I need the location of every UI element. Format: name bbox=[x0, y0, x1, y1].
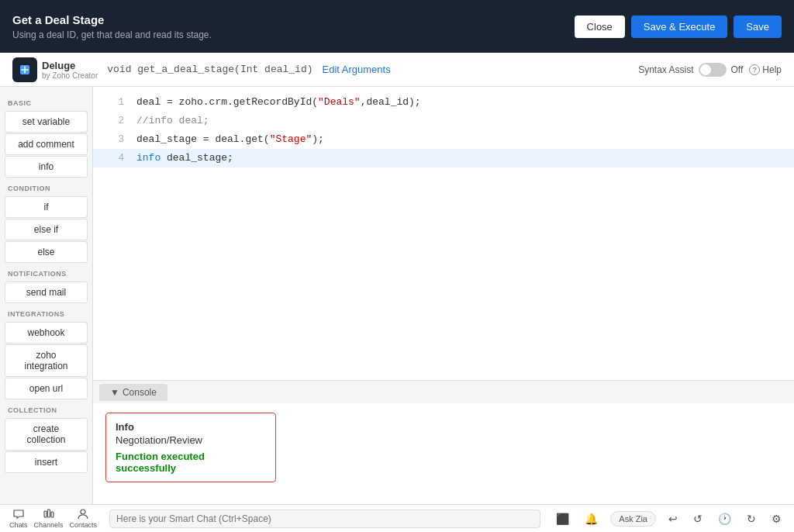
console-tab-bar: ▼ Console bbox=[93, 380, 794, 403]
sidebar-section-condition: CONDITION bbox=[0, 178, 92, 195]
contacts-icon bbox=[77, 508, 89, 520]
refresh-icon[interactable]: ↩ bbox=[665, 510, 681, 528]
logo-icon bbox=[12, 57, 37, 82]
svg-rect-3 bbox=[51, 512, 54, 517]
line-number-2: 2 bbox=[105, 112, 124, 130]
sidebar-item-open-url[interactable]: open url bbox=[5, 378, 88, 399]
chat-button[interactable]: Chats bbox=[9, 508, 28, 529]
contacts-label: Contacts bbox=[70, 521, 98, 529]
contacts-button[interactable]: Contacts bbox=[70, 508, 98, 529]
page-title: Get a Deal Stage bbox=[12, 13, 212, 26]
console-panel: Info Negotiation/Review Function execute… bbox=[93, 403, 794, 504]
sidebar-item-info[interactable]: info bbox=[5, 156, 88, 178]
edit-arguments-link[interactable]: Edit Arguments bbox=[323, 64, 391, 75]
redo-icon[interactable]: ↻ bbox=[744, 510, 759, 528]
code-text-1: deal = zoho.crm.getRecordById("Deals",de… bbox=[136, 94, 421, 111]
sidebar-item-if[interactable]: if bbox=[5, 196, 88, 218]
svg-rect-1 bbox=[44, 511, 47, 517]
line-number-4: 4 bbox=[105, 150, 124, 167]
channels-button[interactable]: Channels bbox=[34, 508, 64, 529]
sidebar-item-else-if[interactable]: else if bbox=[5, 219, 88, 240]
svg-rect-2 bbox=[47, 510, 50, 517]
console-tab-label: Console bbox=[123, 387, 157, 398]
main-layout: BASIC set variable add comment info COND… bbox=[0, 87, 794, 504]
console-info-box: Info Negotiation/Review Function execute… bbox=[105, 413, 276, 482]
sidebar-item-insert[interactable]: insert bbox=[5, 451, 88, 473]
top-bar-actions: Close Save & Execute Save bbox=[575, 16, 782, 38]
brand-name: Deluge bbox=[42, 60, 98, 71]
code-line-2: 2 //info deal; bbox=[93, 112, 794, 130]
save-execute-button[interactable]: Save & Execute bbox=[631, 16, 728, 38]
function-signature: void get_a_deal_stage(Int deal_id) bbox=[107, 64, 312, 75]
status-bar-left: Chats Channels Contacts bbox=[9, 508, 97, 529]
code-text-4: info deal_stage; bbox=[136, 150, 233, 167]
sidebar-section-collection: COLLECTION bbox=[0, 400, 92, 417]
console-info-value: Negotiation/Review bbox=[116, 434, 266, 446]
syntax-assist-label: Syntax Assist bbox=[638, 64, 693, 75]
help-button[interactable]: ? Help bbox=[749, 64, 782, 75]
sidebar-item-create-collection[interactable]: create collection bbox=[5, 418, 88, 451]
func-bar-right: Syntax Assist Off ? Help bbox=[638, 63, 782, 77]
undo-icon[interactable]: ↺ bbox=[690, 510, 706, 528]
brand-sub: by Zoho Creator bbox=[42, 71, 98, 80]
syntax-off-label: Off bbox=[731, 64, 744, 75]
sidebar: BASIC set variable add comment info COND… bbox=[0, 87, 93, 504]
settings-icon[interactable]: ⚙ bbox=[768, 510, 785, 528]
top-bar: Get a Deal Stage Using a deal ID, get th… bbox=[0, 0, 794, 53]
top-bar-title-section: Get a Deal Stage Using a deal ID, get th… bbox=[12, 13, 212, 40]
func-bar-left: Deluge by Zoho Creator void get_a_deal_s… bbox=[12, 57, 391, 82]
microphone-icon[interactable]: 🔔 bbox=[582, 510, 601, 528]
line-number-3: 3 bbox=[105, 131, 124, 148]
editor-area: 1 deal = zoho.crm.getRecordById("Deals",… bbox=[93, 87, 794, 504]
save-button[interactable]: Save bbox=[734, 16, 782, 38]
code-text-3: deal_stage = deal.get("Stage"); bbox=[136, 131, 324, 148]
sidebar-item-else[interactable]: else bbox=[5, 241, 88, 263]
sidebar-section-basic: BASIC bbox=[0, 93, 92, 110]
syntax-assist-toggle: Syntax Assist Off bbox=[638, 63, 743, 77]
channels-icon bbox=[43, 508, 55, 520]
status-bar: Chats Channels Contacts ⬛ 🔔 Ask Zia ↩ ↺ … bbox=[0, 504, 794, 532]
screen-share-icon[interactable]: ⬛ bbox=[553, 510, 572, 528]
ask-zia-button[interactable]: Ask Zia bbox=[610, 511, 656, 527]
logo-section: Deluge by Zoho Creator bbox=[12, 57, 98, 82]
sidebar-item-set-variable[interactable]: set variable bbox=[5, 111, 88, 133]
close-button[interactable]: Close bbox=[575, 16, 625, 38]
svg-point-4 bbox=[81, 510, 85, 514]
console-tab[interactable]: ▼ Console bbox=[99, 384, 167, 401]
logo-text: Deluge by Zoho Creator bbox=[42, 60, 98, 80]
code-text-2: //info deal; bbox=[136, 112, 209, 130]
chat-icon bbox=[12, 508, 25, 520]
sidebar-item-webhook[interactable]: webhook bbox=[5, 322, 88, 344]
console-success-message: Function executed successfully bbox=[116, 451, 266, 474]
channels-label: Channels bbox=[34, 521, 64, 529]
help-label: Help bbox=[762, 64, 782, 75]
clock-icon[interactable]: 🕐 bbox=[715, 510, 734, 528]
syntax-assist-switch[interactable] bbox=[699, 63, 727, 77]
sidebar-item-add-comment[interactable]: add comment bbox=[5, 133, 88, 155]
sidebar-section-notifications: NOTIFICATIONS bbox=[0, 264, 92, 281]
function-bar: Deluge by Zoho Creator void get_a_deal_s… bbox=[0, 53, 794, 87]
sidebar-item-send-mail[interactable]: send mail bbox=[5, 282, 88, 303]
line-number-1: 1 bbox=[105, 94, 124, 111]
code-line-1: 1 deal = zoho.crm.getRecordById("Deals",… bbox=[93, 93, 794, 112]
chat-label: Chats bbox=[9, 521, 28, 529]
console-tab-arrow: ▼ bbox=[110, 387, 119, 398]
sidebar-section-integrations: INTEGRATIONS bbox=[0, 304, 92, 321]
code-line-3: 3 deal_stage = deal.get("Stage"); bbox=[93, 130, 794, 149]
help-icon: ? bbox=[749, 64, 760, 75]
code-editor[interactable]: 1 deal = zoho.crm.getRecordById("Deals",… bbox=[93, 87, 794, 380]
smart-chat-input[interactable] bbox=[109, 510, 540, 528]
page-subtitle: Using a deal ID, get that deal and read … bbox=[12, 29, 212, 40]
code-line-4: 4 info deal_stage; bbox=[93, 149, 794, 168]
console-info-label: Info bbox=[116, 421, 266, 433]
status-bar-right: ⬛ 🔔 Ask Zia ↩ ↺ 🕐 ↻ ⚙ bbox=[553, 510, 785, 528]
sidebar-item-zoho-integration[interactable]: zoho integration bbox=[5, 344, 88, 377]
